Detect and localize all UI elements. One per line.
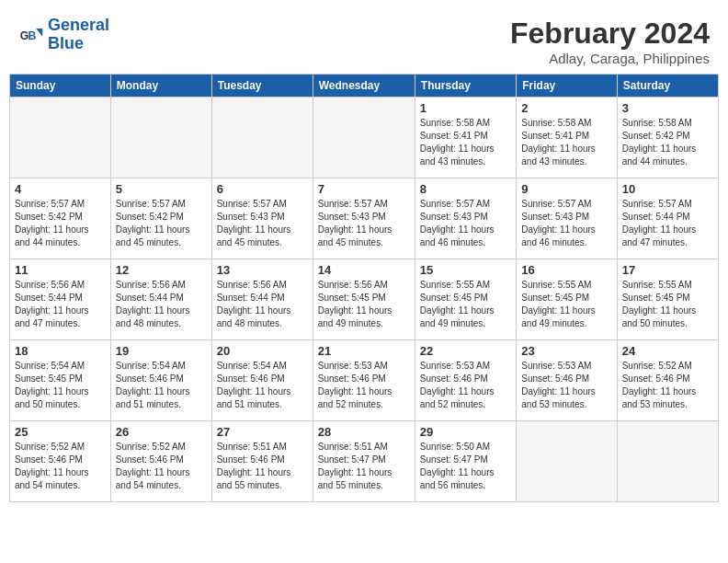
day-number: 5 (116, 182, 207, 196)
calendar-cell: 17Sunrise: 5:55 AM Sunset: 5:45 PM Dayli… (617, 259, 718, 340)
day-info: Sunrise: 5:57 AM Sunset: 5:43 PM Dayligh… (217, 198, 308, 249)
day-info: Sunrise: 5:52 AM Sunset: 5:46 PM Dayligh… (15, 441, 106, 492)
day-info: Sunrise: 5:58 AM Sunset: 5:41 PM Dayligh… (420, 117, 511, 168)
calendar-cell (617, 421, 718, 502)
calendar-cell (313, 98, 415, 178)
day-info: Sunrise: 5:56 AM Sunset: 5:44 PM Dayligh… (217, 279, 308, 330)
day-info: Sunrise: 5:56 AM Sunset: 5:45 PM Dayligh… (318, 279, 410, 330)
calendar-cell: 13Sunrise: 5:56 AM Sunset: 5:44 PM Dayli… (211, 259, 313, 340)
day-info: Sunrise: 5:53 AM Sunset: 5:46 PM Dayligh… (420, 360, 511, 411)
day-number: 3 (622, 101, 713, 115)
calendar-cell: 10Sunrise: 5:57 AM Sunset: 5:44 PM Dayli… (617, 178, 718, 259)
day-number: 4 (15, 182, 106, 196)
day-number: 12 (116, 263, 207, 277)
calendar-cell: 19Sunrise: 5:54 AM Sunset: 5:46 PM Dayli… (110, 340, 211, 421)
day-number: 26 (116, 425, 207, 439)
calendar-cell: 14Sunrise: 5:56 AM Sunset: 5:45 PM Dayli… (313, 259, 415, 340)
day-number: 28 (318, 425, 410, 439)
day-number: 18 (15, 344, 106, 358)
calendar-cell (211, 98, 313, 178)
calendar-cell (10, 98, 111, 178)
day-info: Sunrise: 5:53 AM Sunset: 5:46 PM Dayligh… (318, 360, 410, 411)
day-info: Sunrise: 5:56 AM Sunset: 5:44 PM Dayligh… (116, 279, 207, 330)
day-number: 22 (420, 344, 511, 358)
calendar-cell: 29Sunrise: 5:50 AM Sunset: 5:47 PM Dayli… (415, 421, 516, 502)
day-number: 8 (420, 182, 511, 196)
day-info: Sunrise: 5:57 AM Sunset: 5:43 PM Dayligh… (318, 198, 410, 249)
day-number: 1 (420, 101, 511, 115)
header-sunday: Sunday (10, 75, 111, 98)
calendar-cell: 26Sunrise: 5:52 AM Sunset: 5:46 PM Dayli… (110, 421, 211, 502)
calendar-cell: 24Sunrise: 5:52 AM Sunset: 5:46 PM Dayli… (617, 340, 718, 421)
calendar-cell: 22Sunrise: 5:53 AM Sunset: 5:46 PM Dayli… (415, 340, 516, 421)
calendar-cell: 5Sunrise: 5:57 AM Sunset: 5:42 PM Daylig… (110, 178, 211, 259)
header-tuesday: Tuesday (211, 75, 313, 98)
calendar-cell: 21Sunrise: 5:53 AM Sunset: 5:46 PM Dayli… (313, 340, 415, 421)
day-number: 2 (521, 101, 611, 115)
calendar-cell: 11Sunrise: 5:56 AM Sunset: 5:44 PM Dayli… (10, 259, 111, 340)
calendar-week-2: 4Sunrise: 5:57 AM Sunset: 5:42 PM Daylig… (10, 178, 719, 259)
calendar-cell: 18Sunrise: 5:54 AM Sunset: 5:45 PM Dayli… (10, 340, 111, 421)
month-year-title: February 2024 (510, 17, 710, 51)
day-number: 24 (622, 344, 713, 358)
calendar-week-3: 11Sunrise: 5:56 AM Sunset: 5:44 PM Dayli… (10, 259, 719, 340)
day-number: 25 (15, 425, 106, 439)
calendar-header-row: SundayMondayTuesdayWednesdayThursdayFrid… (10, 75, 719, 98)
calendar-cell: 7Sunrise: 5:57 AM Sunset: 5:43 PM Daylig… (313, 178, 415, 259)
day-info: Sunrise: 5:56 AM Sunset: 5:44 PM Dayligh… (15, 279, 106, 330)
calendar-week-1: 1Sunrise: 5:58 AM Sunset: 5:41 PM Daylig… (10, 98, 719, 178)
header-friday: Friday (517, 75, 617, 98)
day-info: Sunrise: 5:57 AM Sunset: 5:44 PM Dayligh… (622, 198, 713, 249)
day-info: Sunrise: 5:51 AM Sunset: 5:46 PM Dayligh… (217, 441, 308, 492)
calendar-table: SundayMondayTuesdayWednesdayThursdayFrid… (9, 74, 719, 502)
calendar-cell: 16Sunrise: 5:55 AM Sunset: 5:45 PM Dayli… (517, 259, 617, 340)
calendar-cell: 23Sunrise: 5:53 AM Sunset: 5:46 PM Dayli… (517, 340, 617, 421)
day-number: 14 (318, 263, 410, 277)
calendar-cell: 9Sunrise: 5:57 AM Sunset: 5:43 PM Daylig… (517, 178, 617, 259)
day-info: Sunrise: 5:55 AM Sunset: 5:45 PM Dayligh… (622, 279, 713, 330)
calendar-cell: 2Sunrise: 5:58 AM Sunset: 5:41 PM Daylig… (517, 98, 617, 178)
svg-text:B: B (28, 29, 37, 42)
day-info: Sunrise: 5:57 AM Sunset: 5:43 PM Dayligh… (521, 198, 611, 249)
day-number: 19 (116, 344, 207, 358)
calendar-cell: 1Sunrise: 5:58 AM Sunset: 5:41 PM Daylig… (415, 98, 516, 178)
day-info: Sunrise: 5:58 AM Sunset: 5:42 PM Dayligh… (622, 117, 713, 168)
day-number: 27 (217, 425, 308, 439)
calendar-week-4: 18Sunrise: 5:54 AM Sunset: 5:45 PM Dayli… (10, 340, 719, 421)
logo: G B General Blue (18, 17, 109, 53)
day-info: Sunrise: 5:53 AM Sunset: 5:46 PM Dayligh… (521, 360, 611, 411)
calendar-week-5: 25Sunrise: 5:52 AM Sunset: 5:46 PM Dayli… (10, 421, 719, 502)
calendar-cell: 12Sunrise: 5:56 AM Sunset: 5:44 PM Dayli… (110, 259, 211, 340)
day-number: 20 (217, 344, 308, 358)
calendar-cell (517, 421, 617, 502)
calendar-cell: 20Sunrise: 5:54 AM Sunset: 5:46 PM Dayli… (211, 340, 313, 421)
day-number: 29 (420, 425, 511, 439)
svg-marker-2 (36, 29, 42, 37)
calendar-cell: 8Sunrise: 5:57 AM Sunset: 5:43 PM Daylig… (415, 178, 516, 259)
logo-text: General Blue (48, 17, 109, 53)
calendar-cell: 6Sunrise: 5:57 AM Sunset: 5:43 PM Daylig… (211, 178, 313, 259)
day-info: Sunrise: 5:51 AM Sunset: 5:47 PM Dayligh… (318, 441, 410, 492)
header-thursday: Thursday (415, 75, 516, 98)
calendar-cell: 25Sunrise: 5:52 AM Sunset: 5:46 PM Dayli… (10, 421, 111, 502)
day-number: 15 (420, 263, 511, 277)
day-number: 7 (318, 182, 410, 196)
day-info: Sunrise: 5:55 AM Sunset: 5:45 PM Dayligh… (521, 279, 611, 330)
calendar-cell: 4Sunrise: 5:57 AM Sunset: 5:42 PM Daylig… (10, 178, 111, 259)
day-info: Sunrise: 5:52 AM Sunset: 5:46 PM Dayligh… (622, 360, 713, 411)
calendar-cell: 15Sunrise: 5:55 AM Sunset: 5:45 PM Dayli… (415, 259, 516, 340)
day-number: 21 (318, 344, 410, 358)
logo-icon: G B (18, 22, 44, 48)
day-info: Sunrise: 5:57 AM Sunset: 5:43 PM Dayligh… (420, 198, 511, 249)
day-info: Sunrise: 5:57 AM Sunset: 5:42 PM Dayligh… (116, 198, 207, 249)
day-info: Sunrise: 5:52 AM Sunset: 5:46 PM Dayligh… (116, 441, 207, 492)
day-info: Sunrise: 5:50 AM Sunset: 5:47 PM Dayligh… (420, 441, 511, 492)
day-info: Sunrise: 5:54 AM Sunset: 5:46 PM Dayligh… (217, 360, 308, 411)
page-header: G B General Blue February 2024 Adlay, Ca… (9, 9, 719, 70)
day-number: 23 (521, 344, 611, 358)
day-info: Sunrise: 5:55 AM Sunset: 5:45 PM Dayligh… (420, 279, 511, 330)
calendar-cell: 3Sunrise: 5:58 AM Sunset: 5:42 PM Daylig… (617, 98, 718, 178)
day-number: 10 (622, 182, 713, 196)
title-block: February 2024 Adlay, Caraga, Philippines (510, 17, 710, 66)
day-number: 11 (15, 263, 106, 277)
